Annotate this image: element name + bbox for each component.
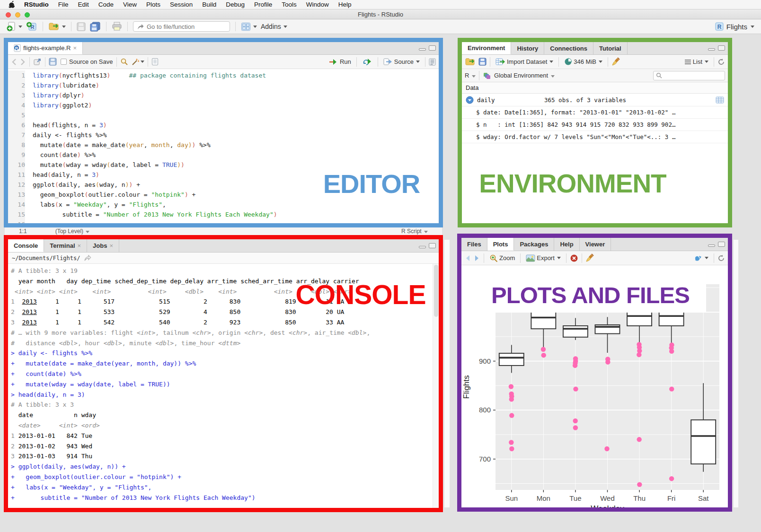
goto-file-box[interactable]	[133, 21, 230, 32]
plots-outer-scrollbar[interactable]	[733, 239, 739, 508]
source-button[interactable]: Source	[381, 58, 422, 65]
environment-object-row[interactable]: daily 365 obs. of 3 variables	[462, 94, 728, 106]
environment-field-row[interactable]: $ wday: Ord.factor w/ 7 levels "Sun"<"Mo…	[462, 131, 728, 143]
menu-view[interactable]: View	[123, 1, 137, 8]
open-file-button[interactable]	[46, 22, 68, 31]
y-tick-label: 900	[479, 357, 491, 365]
close-tab-icon[interactable]: ×	[78, 242, 81, 249]
menu-help[interactable]: Help	[338, 1, 352, 8]
save-workspace-icon[interactable]	[478, 58, 487, 66]
save-icon[interactable]	[49, 58, 57, 66]
console-output[interactable]: # A tibble: 3 x 19 year month day dep_ti…	[8, 264, 432, 508]
rerun-button[interactable]	[360, 58, 374, 65]
tab-console[interactable]: Console	[8, 239, 44, 252]
goto-file-input[interactable]	[147, 23, 218, 30]
console-outer-scrollbar[interactable]	[444, 239, 450, 508]
menu-profile[interactable]: Profile	[254, 1, 272, 8]
close-tab-icon[interactable]: ×	[73, 44, 77, 52]
tab-history[interactable]: History	[511, 42, 544, 54]
clear-objects-broom-icon[interactable]	[611, 57, 621, 66]
refresh-icon[interactable]	[717, 58, 725, 66]
load-workspace-icon[interactable]	[465, 57, 476, 66]
apple-icon[interactable]	[9, 1, 15, 8]
scope-selector[interactable]: (Top Level)	[55, 228, 90, 235]
code-tools-wand-icon[interactable]	[131, 58, 140, 66]
environment-field-row[interactable]: $ n : int [1:365] 842 943 914 915 720 83…	[462, 119, 728, 131]
menu-plots[interactable]: Plots	[146, 1, 160, 8]
menu-debug[interactable]: Debug	[226, 1, 245, 8]
clear-plots-broom-icon[interactable]	[585, 253, 595, 262]
file-type-selector[interactable]: R Script	[401, 228, 428, 235]
export-plot-button[interactable]: Export	[524, 254, 563, 262]
menu-edit[interactable]: Edit	[78, 1, 89, 8]
tab-files[interactable]: Files	[461, 238, 487, 251]
console-scrollbar[interactable]	[433, 264, 439, 508]
tab-connections[interactable]: Connections	[544, 42, 593, 54]
new-project-button[interactable]: R	[24, 21, 39, 32]
menu-file[interactable]: File	[58, 1, 69, 8]
environment-scope-selector[interactable]: Global Environment	[494, 72, 555, 79]
print-button[interactable]	[110, 22, 124, 31]
minimize-pane-icon[interactable]	[419, 246, 426, 248]
code-tools-caret-icon[interactable]	[141, 61, 144, 63]
view-table-icon[interactable]	[716, 96, 724, 104]
outlier-point	[573, 425, 578, 430]
open-in-window-icon[interactable]	[33, 58, 42, 66]
environment-search-input[interactable]	[664, 72, 721, 79]
tab-environment[interactable]: Environment	[462, 42, 511, 54]
open-folder-icon	[48, 22, 60, 31]
environment-field-row[interactable]: $ date: Date[1:365], format: "2013-01-01…	[462, 106, 728, 119]
search-icon[interactable]	[120, 58, 128, 66]
memory-usage-button[interactable]: 346 MiB	[562, 58, 604, 66]
maximize-pane-icon[interactable]	[429, 243, 436, 248]
editor-code-area[interactable]: 1library(nycflights13) ## package contai…	[8, 69, 439, 223]
tab-terminal[interactable]: Terminal×	[44, 239, 87, 252]
menu-build[interactable]: Build	[202, 1, 216, 8]
back-icon[interactable]	[11, 58, 18, 66]
document-outline-icon[interactable]	[429, 58, 436, 66]
minimize-pane-icon[interactable]	[419, 48, 426, 51]
maximize-pane-icon[interactable]	[429, 45, 436, 51]
run-button[interactable]: Run	[327, 58, 353, 65]
tab-flights-example[interactable]: R flights-example.R ×	[8, 42, 83, 54]
tab-plots[interactable]: Plots	[487, 238, 514, 251]
menu-tools[interactable]: Tools	[282, 1, 297, 8]
menu-rstudio[interactable]: RStudio	[24, 1, 49, 8]
menu-code[interactable]: Code	[98, 1, 114, 8]
tab-help[interactable]: Help	[554, 238, 579, 251]
save-button[interactable]	[75, 22, 88, 31]
maximize-pane-icon[interactable]	[718, 45, 725, 51]
remove-plot-icon[interactable]	[570, 254, 578, 262]
tab-viewer[interactable]: Viewer	[580, 238, 611, 251]
list-view-button[interactable]: List	[682, 58, 710, 65]
new-file-button[interactable]	[5, 21, 24, 32]
environment-search-box[interactable]	[653, 71, 725, 80]
expand-object-icon[interactable]	[466, 96, 474, 104]
publish-button[interactable]	[691, 254, 710, 262]
tab-packages[interactable]: Packages	[514, 238, 554, 251]
workspace-panes-button[interactable]	[239, 22, 259, 31]
menu-window[interactable]: Window	[306, 1, 329, 8]
minimize-pane-icon[interactable]	[708, 244, 715, 247]
minimize-pane-icon[interactable]	[708, 48, 715, 51]
tab-label: Jobs	[93, 242, 107, 249]
refresh-plot-icon[interactable]	[717, 254, 725, 262]
maximize-pane-icon[interactable]	[718, 242, 725, 247]
tab-jobs[interactable]: Jobs×	[87, 239, 119, 252]
project-menu-button[interactable]: R Flights	[715, 22, 761, 31]
forward-icon[interactable]	[18, 58, 26, 66]
previous-plot-icon[interactable]	[464, 254, 472, 262]
code-line: 4library(ggplot2)	[8, 100, 439, 110]
tab-tutorial[interactable]: Tutorial	[593, 42, 628, 54]
addins-button[interactable]: Addins	[259, 23, 289, 30]
goto-directory-icon[interactable]	[84, 255, 91, 261]
import-dataset-button[interactable]: Import Dataset	[494, 58, 555, 66]
source-on-save-checkbox[interactable]	[61, 59, 67, 65]
next-plot-icon[interactable]	[472, 254, 480, 262]
menu-session[interactable]: Session	[170, 1, 193, 8]
compile-report-icon[interactable]	[151, 58, 159, 66]
close-tab-icon[interactable]: ×	[109, 242, 113, 249]
save-all-button[interactable]	[88, 22, 103, 32]
zoom-plot-button[interactable]: Zoom	[487, 254, 517, 262]
language-selector[interactable]: R	[465, 72, 476, 79]
